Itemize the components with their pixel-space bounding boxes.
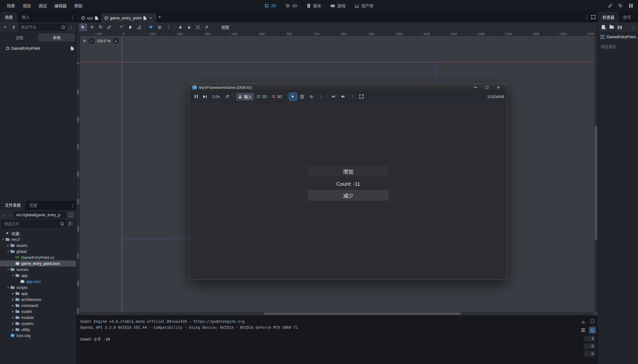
file-tree-item[interactable]: module	[0, 315, 76, 321]
mute-audio-icon[interactable]	[330, 93, 338, 100]
suspend-button[interactable]	[192, 93, 200, 100]
center-view-icon[interactable]: ✛	[83, 39, 86, 43]
save-resource-icon[interactable]	[616, 24, 623, 31]
game-select-tool-icon[interactable]	[289, 93, 297, 100]
file-tree-item[interactable]: 收藏：	[0, 230, 76, 236]
expand-arrow[interactable]	[11, 298, 15, 301]
file-tree-item[interactable]: scripts	[0, 285, 76, 291]
file-tree-item[interactable]: model	[0, 309, 76, 315]
edit-tool-icon[interactable]	[606, 2, 614, 10]
camera-override-icon[interactable]	[339, 93, 347, 100]
attached-script-icon[interactable]	[71, 46, 74, 50]
move-tool-icon[interactable]	[88, 23, 96, 31]
time-scale-button[interactable]: 1.0×	[210, 93, 222, 100]
unlock-icon[interactable]	[185, 23, 193, 31]
scene-tree-menu-icon[interactable]	[68, 24, 74, 31]
file-tree-item[interactable]: app	[0, 291, 76, 297]
menubar-menu[interactable]: 场景	[3, 1, 19, 10]
dock-tab[interactable]: 信号	[619, 12, 636, 22]
log-search-icon[interactable]	[589, 327, 596, 334]
expand-arrow[interactable]	[6, 250, 10, 253]
scrollbar-thumb[interactable]	[264, 313, 461, 315]
file-tree-item[interactable]: utility	[0, 327, 76, 333]
filesystem-tab[interactable]: 历史	[25, 200, 42, 210]
scroll-to-bottom-icon[interactable]	[580, 318, 587, 325]
menubar-menu[interactable]: 项目	[19, 1, 34, 10]
workspace-tab[interactable]: 脚本	[303, 1, 325, 10]
inspector-menu-icon[interactable]	[630, 24, 636, 31]
expand-arrow[interactable]	[1, 238, 5, 241]
expand-arrow[interactable]	[6, 244, 10, 247]
next-frame-button[interactable]	[201, 93, 209, 100]
expand-arrow[interactable]	[11, 322, 15, 325]
smart-snap-icon[interactable]	[147, 23, 155, 31]
close-tab-icon[interactable]	[148, 16, 153, 20]
file-tree-item[interactable]: scenes	[0, 267, 76, 273]
distraction-free-icon[interactable]	[591, 15, 595, 19]
lock-icon[interactable]	[176, 23, 184, 31]
add-node-button[interactable]	[2, 24, 9, 31]
toggle-split-mode-icon[interactable]	[67, 211, 74, 218]
snap-options-icon[interactable]	[164, 23, 172, 31]
nav-back-icon[interactable]: ‹	[2, 212, 7, 218]
file-tree-item[interactable]: icon.svg	[0, 333, 76, 339]
increase-button[interactable]: 增加	[308, 165, 389, 177]
filesystem-tab[interactable]: 文件系统	[1, 200, 25, 210]
zoom-in-button[interactable]: +	[113, 38, 119, 44]
filter-properties[interactable]: 筛选属性	[598, 42, 638, 51]
grid-snap-icon[interactable]	[156, 23, 164, 31]
copy-log-icon[interactable]	[589, 318, 596, 325]
visibility-icon[interactable]	[307, 93, 315, 100]
scene-mode-tab[interactable]: 远程	[1, 33, 37, 42]
menubar-menu[interactable]: 调试	[35, 1, 50, 10]
expand-arrow[interactable]	[11, 316, 15, 319]
menubar-menu[interactable]: 编辑器	[51, 1, 70, 10]
file-tree-item[interactable]: app	[0, 273, 76, 279]
load-resource-icon[interactable]	[608, 24, 615, 31]
ruler-tool-icon[interactable]	[135, 23, 143, 31]
log-filter-icon[interactable]	[580, 327, 587, 334]
restart-game-icon[interactable]: ↻	[617, 2, 624, 10]
expand-arrow[interactable]	[11, 310, 15, 313]
fullscreen-icon[interactable]	[358, 93, 365, 100]
file-tree-item[interactable]: global	[0, 248, 76, 254]
file-tree-item[interactable]: game_entry_point.tscn	[0, 261, 76, 267]
message-count-badge[interactable]: 0	[583, 351, 596, 357]
file-tree-item[interactable]: system	[0, 321, 76, 327]
node-list-icon[interactable]	[298, 93, 306, 100]
vertical-scrollbar[interactable]	[594, 36, 598, 312]
reset-speed-button[interactable]	[223, 93, 231, 100]
workspace-tab[interactable]: 2D	[261, 2, 280, 9]
file-tree-item[interactable]: architecture	[0, 297, 76, 303]
file-tree-item[interactable]: app.tscn	[0, 279, 76, 285]
sort-files-icon[interactable]	[67, 220, 74, 227]
file-tree-item[interactable]: assets	[0, 242, 76, 248]
scene-tab[interactable]: game_entry_point	[101, 13, 156, 22]
mode-3d-button[interactable]: 3D	[270, 93, 284, 100]
pause-game-icon[interactable]	[627, 2, 635, 10]
path-input[interactable]	[14, 211, 66, 218]
nav-forward-icon[interactable]: ›	[8, 212, 13, 218]
scene-tab[interactable]: app	[78, 14, 101, 22]
horizontal-scrollbar[interactable]	[80, 312, 594, 315]
list-select-icon[interactable]	[117, 23, 125, 31]
workspace-tab[interactable]: 资产库	[351, 1, 377, 10]
group-icon[interactable]	[194, 23, 202, 31]
scale-tool-icon[interactable]	[105, 23, 113, 31]
dock-tab[interactable]: 检查器	[598, 12, 619, 22]
message-count-badge[interactable]: 0	[583, 343, 596, 349]
add-scene-tab-button[interactable]	[156, 13, 163, 20]
maximize-button[interactable]	[481, 83, 493, 91]
select-tool-icon[interactable]	[79, 23, 87, 31]
expand-arrow[interactable]	[11, 274, 15, 277]
dock-tab[interactable]: 导入	[17, 12, 34, 22]
filter-files-input[interactable]	[2, 220, 66, 227]
workspace-tab[interactable]: 3D	[282, 2, 301, 9]
scene-dock-menu-icon[interactable]	[69, 13, 75, 20]
minimize-button[interactable]	[470, 83, 481, 91]
inspected-node-row[interactable]: GameEntryPoint...	[598, 32, 638, 42]
dock-tab[interactable]: 场景	[1, 12, 17, 22]
expand-arrow[interactable]	[6, 268, 10, 271]
scene-tree-node[interactable]: GameEntryPoint	[0, 44, 76, 52]
game-window-titlebar[interactable]: MyGFrameworkGame (DEBUG)	[190, 83, 507, 91]
